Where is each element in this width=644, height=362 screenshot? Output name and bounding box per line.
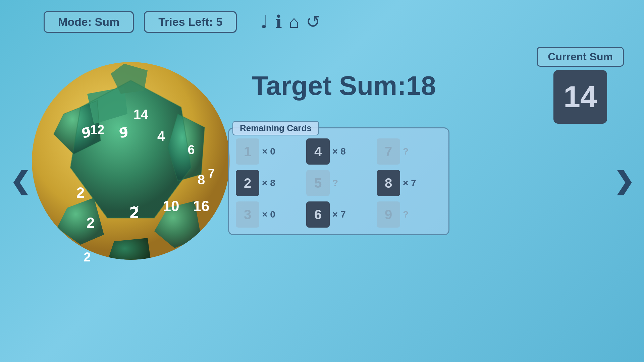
reload-icon[interactable]: ↺	[306, 12, 321, 32]
header-bar: Mode: Sum Tries Left: 5 ♩ ℹ ⌂ ↺	[0, 0, 644, 44]
card-6[interactable]: 6	[306, 201, 330, 228]
target-sum-display: Target Sum:18	[252, 70, 436, 101]
card-2[interactable]: 2	[236, 170, 259, 196]
remaining-cards-label: Remaining Cards	[232, 121, 319, 135]
svg-text:7: 7	[208, 167, 215, 180]
card-6-multiplier: × 7	[332, 209, 346, 220]
svg-text:10: 10	[163, 198, 179, 214]
card-3-multiplier: × 0	[262, 209, 275, 220]
svg-text:14: 14	[133, 107, 149, 122]
card-cell-1-faded[interactable]: 1 × 0	[236, 138, 301, 165]
card-3[interactable]: 3	[236, 201, 259, 228]
current-sum-panel: Current Sum 14	[537, 47, 624, 124]
card-4-multiplier: × 8	[332, 146, 346, 157]
card-5[interactable]: 5	[306, 170, 330, 196]
card-7[interactable]: 7	[377, 138, 400, 165]
card-2-multiplier: × 8	[262, 178, 275, 188]
card-cell-5-faded[interactable]: 5 ?	[306, 170, 371, 196]
svg-marker-8	[107, 238, 151, 268]
svg-text:2̌: 2̌	[129, 204, 140, 221]
card-9-multiplier: ?	[403, 209, 409, 220]
cards-grid: 1 × 0 4 × 8 7 ? 2 × 8 5 ? 8 × 7 3 × 0	[236, 138, 442, 228]
soccer-ball[interactable]: 9̄ 9̄ 4 6 7 2 2 2̌ 10 16 8 2 12 14	[20, 47, 241, 275]
target-sum-label: Target Sum:	[252, 71, 406, 101]
svg-text:8: 8	[198, 172, 205, 187]
svg-text:4: 4	[157, 129, 165, 143]
card-1[interactable]: 1	[236, 138, 259, 165]
svg-text:2: 2	[84, 250, 91, 264]
current-sum-value: 14	[553, 70, 607, 124]
card-cell-9-faded[interactable]: 9 ?	[377, 201, 442, 228]
svg-text:2: 2	[76, 184, 85, 201]
mode-badge: Mode: Sum	[44, 11, 134, 33]
svg-text:12: 12	[90, 123, 104, 137]
remaining-cards-panel: Remaining Cards 1 × 0 4 × 8 7 ? 2 × 8 5 …	[228, 127, 449, 235]
svg-text:2: 2	[87, 215, 95, 231]
svg-text:6: 6	[187, 143, 195, 157]
card-1-multiplier: × 0	[262, 146, 275, 157]
card-4[interactable]: 4	[306, 138, 330, 165]
music-icon[interactable]: ♩	[260, 12, 269, 32]
card-8-multiplier: × 7	[403, 178, 416, 188]
home-icon[interactable]: ⌂	[289, 12, 299, 32]
target-sum-text: Target Sum:18	[252, 71, 436, 101]
info-icon[interactable]: ℹ	[275, 12, 282, 32]
card-5-multiplier: ?	[332, 178, 338, 188]
card-cell-7-faded[interactable]: 7 ?	[377, 138, 442, 165]
svg-text:9̄: 9̄	[118, 125, 129, 140]
current-sum-label: Current Sum	[537, 47, 624, 67]
card-cell-4[interactable]: 4 × 8	[306, 138, 371, 165]
header-icons: ♩ ℹ ⌂ ↺	[260, 12, 321, 32]
right-nav-arrow[interactable]: ❯	[614, 167, 634, 195]
tries-badge: Tries Left: 5	[144, 11, 237, 33]
card-cell-8[interactable]: 8 × 7	[377, 170, 442, 196]
card-9[interactable]: 9	[377, 201, 400, 228]
card-7-multiplier: ?	[403, 146, 409, 157]
card-cell-6[interactable]: 6 × 7	[306, 201, 371, 228]
card-8[interactable]: 8	[377, 170, 400, 196]
svg-text:16: 16	[193, 198, 210, 214]
target-sum-value: 18	[406, 71, 436, 101]
card-cell-2[interactable]: 2 × 8	[236, 170, 301, 196]
card-cell-3-faded[interactable]: 3 × 0	[236, 201, 301, 228]
